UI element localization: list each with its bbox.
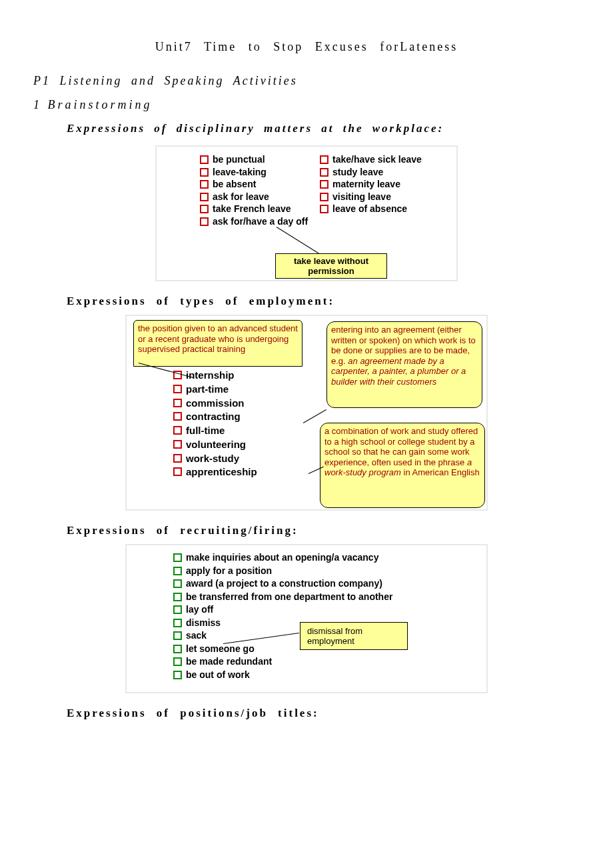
figure-employment: the position given to an advanced studen…	[125, 315, 488, 511]
bullet-icon	[320, 155, 328, 164]
subsection-positions: Expressions of positions/job titles:	[67, 707, 580, 720]
item-text: volunteering	[186, 439, 246, 451]
fig1-right-col: take/have sick leave study leave materni…	[320, 153, 446, 216]
list-item: be out of work	[173, 669, 466, 681]
bullet-icon	[173, 657, 182, 666]
figure-recruiting: make inquiries about an opening/a vacanc…	[125, 544, 488, 693]
item-text: commission	[186, 397, 245, 410]
subsection-employment: Expressions of types of employment:	[67, 295, 580, 308]
callout-text: in American English	[401, 467, 480, 477]
list-item: commission	[173, 397, 306, 410]
bullet-icon	[200, 193, 209, 201]
list-item: award (a project to a construction compa…	[173, 578, 466, 590]
bullet-icon	[173, 631, 182, 640]
callout-internship: the position given to an advanced studen…	[133, 320, 303, 367]
list-item: full-time	[173, 425, 306, 437]
bullet-icon	[173, 440, 182, 449]
fig1-left-col: be punctual leave-taking be absent ask f…	[200, 153, 313, 228]
item-text: be out of work	[186, 669, 250, 681]
item-text: take/have sick leave	[332, 154, 422, 166]
list-item: study leave	[320, 167, 446, 179]
item-text: apply for a position	[186, 565, 272, 577]
bullet-icon	[200, 155, 209, 164]
item-text: be punctual	[213, 154, 265, 166]
callout-french-leave: take leave without permission	[275, 253, 387, 279]
page-title: Unit7 Time to Stop Excuses forLateness	[33, 40, 580, 54]
connector-line	[303, 409, 326, 423]
section-p1: P1 Listening and Speaking Activities	[33, 74, 580, 88]
callout-example: an agreement made by a carpenter, a pain…	[331, 356, 466, 387]
item-text: study leave	[332, 167, 383, 179]
bullet-icon	[173, 619, 182, 627]
bullet-icon	[320, 205, 328, 213]
item-text: part-time	[186, 383, 229, 396]
figure-disciplinary: be punctual leave-taking be absent ask f…	[155, 145, 458, 281]
bullet-icon	[173, 385, 182, 393]
fig3-list: make inquiries about an opening/a vacanc…	[173, 551, 466, 682]
item-text: apprenticeship	[186, 466, 257, 479]
bullet-icon	[173, 399, 182, 407]
bullet-icon	[320, 180, 328, 189]
item-text: make inquiries about an opening/a vacanc…	[186, 552, 378, 564]
bullet-icon	[320, 193, 328, 201]
list-item: be made redundant	[173, 656, 466, 668]
item-text: be absent	[213, 179, 256, 191]
item-text: be transferred from one department to an…	[186, 591, 392, 603]
item-text: lay off	[186, 604, 213, 616]
item-text: contracting	[186, 411, 241, 423]
connector-line	[277, 227, 319, 254]
callout-sack: dismissal from employment	[300, 622, 408, 650]
callout-workstudy: a combination of work and study offered …	[320, 423, 485, 508]
list-item: lay off	[173, 604, 466, 616]
section-brainstorm: 1 Brainstorming	[33, 98, 580, 112]
subsection-disciplinary: Expressions of disciplinary matters at t…	[67, 122, 580, 135]
bullet-icon	[173, 567, 182, 575]
item-text: be made redundant	[186, 656, 272, 668]
list-item: apprenticeship	[173, 466, 306, 479]
list-item: take/have sick leave	[320, 154, 446, 166]
bullet-icon	[173, 579, 182, 588]
bullet-icon	[173, 553, 182, 562]
list-item: be punctual	[200, 154, 313, 166]
list-item: visiting leave	[320, 191, 446, 203]
bullet-icon	[173, 454, 182, 463]
item-text: ask for/have a day off	[213, 216, 308, 228]
bullet-icon	[320, 168, 328, 177]
bullet-icon	[173, 671, 182, 679]
item-text: leave-taking	[213, 167, 267, 179]
item-text: work-study	[186, 453, 239, 465]
list-item: work-study	[173, 453, 306, 465]
item-text: dismiss	[186, 617, 221, 629]
fig2-list: internship part-time commission contract…	[173, 368, 306, 480]
list-item: make inquiries about an opening/a vacanc…	[173, 552, 466, 564]
bullet-icon	[200, 205, 209, 213]
list-item: be transferred from one department to an…	[173, 591, 466, 603]
item-text: leave of absence	[332, 203, 407, 215]
list-item: internship	[173, 369, 306, 382]
bullet-icon	[200, 180, 209, 189]
list-item: leave-taking	[200, 167, 313, 179]
bullet-icon	[173, 645, 182, 653]
subsection-recruiting: Expressions of recruiting/firing:	[67, 524, 580, 537]
list-item: ask for/have a day off	[200, 216, 313, 228]
bullet-icon	[200, 168, 209, 177]
bullet-icon	[173, 605, 182, 614]
item-text: ask for leave	[213, 191, 269, 203]
callout-contracting: entering into an agreement (either writt…	[326, 321, 482, 408]
bullet-icon	[173, 426, 182, 435]
bullet-icon	[173, 412, 182, 421]
callout-text: a combination of work and study offered …	[324, 426, 478, 467]
bullet-icon	[200, 217, 209, 226]
item-text: internship	[186, 369, 235, 382]
list-item: leave of absence	[320, 203, 446, 215]
item-text: sack	[186, 630, 207, 642]
list-item: maternity leave	[320, 179, 446, 191]
item-text: take French leave	[213, 203, 291, 215]
list-item: take French leave	[200, 203, 313, 215]
item-text: full-time	[186, 425, 225, 437]
list-item: volunteering	[173, 439, 306, 451]
list-item: apply for a position	[173, 565, 466, 577]
item-text: maternity leave	[332, 179, 400, 191]
list-item: ask for leave	[200, 191, 313, 203]
item-text: award (a project to a construction compa…	[186, 578, 382, 590]
